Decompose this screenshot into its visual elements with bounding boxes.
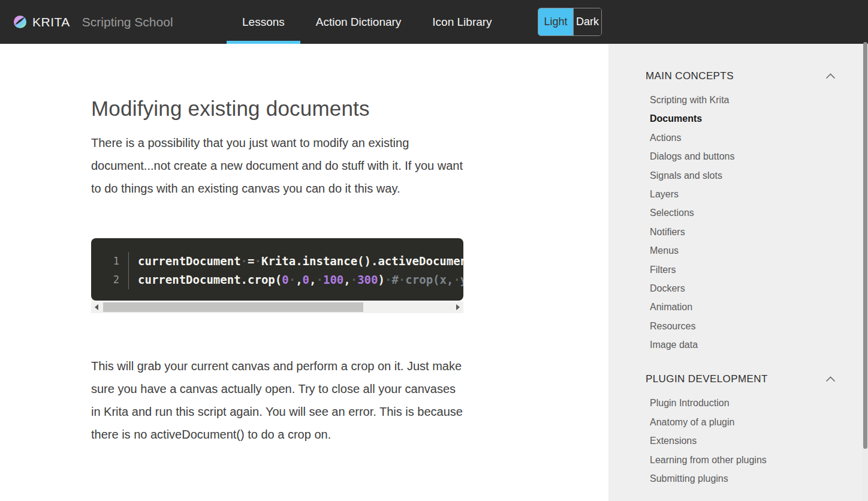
page-scrollbar-thumb[interactable]	[863, 42, 867, 449]
chevron-up-icon[interactable]	[825, 376, 836, 382]
sidebar-item-plugin-introduction[interactable]: Plugin Introduction	[646, 394, 836, 412]
brand[interactable]: KRITA Scripting School	[13, 0, 173, 44]
sidebar-item-menus[interactable]: Menus	[646, 241, 836, 260]
sidebar-section-header[interactable]: MAIN CONCEPTS	[646, 70, 836, 82]
sidebar-item-extensions[interactable]: Extensions	[646, 431, 836, 450]
code-text: currentDocument.crop(0·,0,·100,·300)·#·c…	[129, 271, 463, 289]
sidebar-item-list: Plugin IntroductionAnatomy of a pluginEx…	[646, 394, 836, 488]
horizontal-scrollbar-thumb[interactable]	[103, 302, 363, 312]
sidebar-item-resources[interactable]: Resources	[646, 317, 836, 335]
code-line: 1currentDocument·=·Krita.instance().acti…	[91, 252, 463, 271]
sidebar-section-main-concepts: MAIN CONCEPTSScripting with KritaDocumen…	[646, 70, 836, 354]
section-heading: Saving and exporting documents	[91, 497, 463, 501]
section-paragraph: This will grab your current canvas and p…	[91, 355, 463, 446]
chevron-up-icon[interactable]	[825, 73, 836, 79]
sidebar-item-submitting-plugins[interactable]: Submitting plugins	[646, 469, 836, 488]
sidebar-section-title: MAIN CONCEPTS	[646, 70, 734, 82]
sidebar-item-signals-and-slots[interactable]: Signals and slots	[646, 166, 836, 185]
code-horizontal-scrollbar[interactable]	[91, 301, 463, 313]
section-heading: Modifying existing documents	[91, 96, 463, 121]
tab-icon-library[interactable]: Icon Library	[417, 0, 507, 44]
theme-toggle: Light Dark	[538, 8, 602, 36]
sidebar-item-animation[interactable]: Animation	[646, 298, 836, 316]
sidebar-section-plugin-development: PLUGIN DEVELOPMENTPlugin IntroductionAna…	[646, 373, 836, 488]
section-paragraph: There is a possibility that you just wan…	[91, 131, 463, 200]
sidebar-item-selections[interactable]: Selections	[646, 203, 836, 222]
lesson-content: Modifying existing documents There is a …	[0, 44, 608, 501]
scroll-left-arrow-icon[interactable]	[95, 304, 98, 310]
code-text: currentDocument·=·Krita.instance().activ…	[129, 252, 463, 271]
sidebar-item-filters[interactable]: Filters	[646, 260, 836, 279]
sidebar-item-documents[interactable]: Documents	[646, 109, 836, 128]
tab-action-dictionary[interactable]: Action Dictionary	[300, 0, 417, 44]
krita-logo-icon	[13, 15, 27, 29]
code-line: 2currentDocument.crop(0·,0,·100,·300)·#·…	[91, 271, 463, 289]
top-navbar: KRITA Scripting School LessonsAction Dic…	[0, 0, 868, 44]
brand-name: KRITA	[32, 15, 70, 29]
toc-sidebar: MAIN CONCEPTSScripting with KritaDocumen…	[608, 44, 868, 501]
tab-lessons[interactable]: Lessons	[227, 0, 300, 44]
sidebar-item-notifiers[interactable]: Notifiers	[646, 223, 836, 241]
code-block: 1currentDocument·=·Krita.instance().acti…	[91, 238, 463, 301]
sidebar-item-learning-from-other-plugins[interactable]: Learning from other plugins	[646, 451, 836, 469]
line-number: 2	[91, 271, 129, 289]
sidebar-item-list: Scripting with KritaDocumentsActionsDial…	[646, 91, 836, 354]
sidebar-item-image-data[interactable]: Image data	[646, 335, 836, 354]
scroll-right-arrow-icon[interactable]	[456, 304, 460, 310]
dark-theme-button[interactable]: Dark	[573, 8, 601, 35]
sidebar-item-dockers[interactable]: Dockers	[646, 279, 836, 298]
sidebar-item-layers[interactable]: Layers	[646, 185, 836, 203]
code-example: 1currentDocument·=·Krita.instance().acti…	[91, 238, 463, 313]
sidebar-section-title: PLUGIN DEVELOPMENT	[646, 373, 768, 385]
line-number: 1	[91, 252, 129, 271]
light-theme-button[interactable]: Light	[538, 8, 573, 35]
sidebar-item-dialogs-and-buttons[interactable]: Dialogs and buttons	[646, 147, 836, 166]
sidebar-item-actions[interactable]: Actions	[646, 128, 836, 147]
sidebar-item-scripting-with-krita[interactable]: Scripting with Krita	[646, 91, 836, 109]
nav-tabs: LessonsAction DictionaryIcon Library	[227, 0, 508, 44]
sidebar-item-anatomy-of-a-plugin[interactable]: Anatomy of a plugin	[646, 413, 836, 431]
brand-subtitle: Scripting School	[82, 15, 173, 29]
sidebar-section-header[interactable]: PLUGIN DEVELOPMENT	[646, 373, 836, 385]
main-area: Modifying existing documents There is a …	[0, 44, 868, 501]
